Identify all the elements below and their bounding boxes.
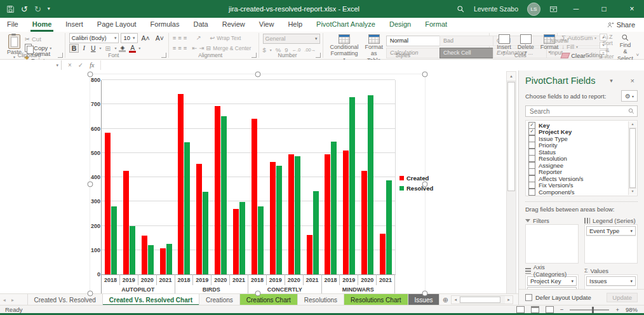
close-button[interactable]: ×: [622, 0, 641, 18]
increase-font-icon[interactable]: A˄: [140, 34, 152, 42]
font-color-icon[interactable]: A: [128, 44, 137, 53]
bar-resolved[interactable]: [111, 206, 117, 274]
align-middle-icon[interactable]: ≡: [178, 34, 182, 41]
area-field-event-type[interactable]: Event Type▾: [586, 226, 636, 236]
font-size-select[interactable]: 10▾: [121, 33, 137, 43]
customize-qat-icon[interactable]: ▾: [48, 6, 50, 11]
ribbon-tab-review[interactable]: Review: [215, 18, 252, 32]
defer-layout-checkbox[interactable]: [525, 294, 532, 301]
bar-created[interactable]: [105, 133, 111, 274]
chart-legend[interactable]: CreatedResolved: [399, 175, 433, 192]
cancel-entry-icon[interactable]: ×: [68, 62, 72, 69]
horizontal-scroll-thumb[interactable]: [460, 297, 500, 303]
bold-button[interactable]: B: [69, 44, 79, 53]
formula-input[interactable]: [101, 60, 644, 70]
ribbon-tab-view[interactable]: View: [252, 18, 281, 32]
ribbon-tab-data[interactable]: Data: [186, 18, 215, 32]
font-name-select[interactable]: Calibri (Body)▾: [69, 33, 119, 43]
underline-button[interactable]: U: [89, 44, 98, 52]
alignment-dialog-launcher[interactable]: [252, 53, 257, 58]
chevron-down-icon[interactable]: ▾: [630, 279, 633, 284]
area-field-project-key[interactable]: Project Key▾: [527, 276, 577, 286]
ribbon-tab-insert[interactable]: Insert: [58, 18, 90, 32]
field-checkbox[interactable]: [528, 162, 535, 169]
field-item-resolution[interactable]: Resolution: [528, 156, 627, 163]
chart-selection-handle[interactable]: [422, 291, 428, 297]
legend-item-created[interactable]: Created: [399, 175, 433, 182]
borders-icon[interactable]: ⊞: [104, 44, 113, 52]
align-center-icon[interactable]: ≡: [178, 44, 182, 51]
ribbon-tab-page-layout[interactable]: Page Layout: [90, 18, 144, 32]
increase-indent-icon[interactable]: ⇥: [199, 44, 204, 51]
sheet-tab-resolutions[interactable]: Resolutions: [298, 294, 344, 305]
search-icon[interactable]: [457, 5, 465, 13]
field-checkbox[interactable]: ✓: [528, 122, 535, 129]
chart-selection-handle[interactable]: [88, 181, 93, 187]
clipboard-dialog-launcher[interactable]: [58, 53, 63, 58]
bar-resolved[interactable]: [130, 226, 135, 275]
ribbon-tab-home[interactable]: Home: [25, 18, 59, 32]
bar-resolved[interactable]: [184, 142, 190, 274]
avatar[interactable]: LS: [527, 3, 540, 16]
filters-area[interactable]: [525, 224, 579, 264]
decrease-font-icon[interactable]: A˅: [154, 34, 166, 42]
bar-resolved[interactable]: [276, 166, 282, 274]
update-button[interactable]: Update: [607, 293, 638, 302]
wrap-text-icon[interactable]: ↩: [210, 34, 215, 41]
number-format-select[interactable]: General▾: [263, 34, 320, 44]
name-box[interactable]: ▾: [0, 60, 62, 70]
field-item-reporter[interactable]: Reporter: [528, 169, 627, 176]
minimize-button[interactable]: ─: [567, 0, 586, 18]
undo-icon[interactable]: ↺: [21, 5, 28, 13]
chart-selection-handle[interactable]: [255, 72, 260, 77]
number-dialog-launcher[interactable]: [316, 53, 321, 58]
bar-created[interactable]: [252, 119, 257, 274]
field-checkbox[interactable]: [528, 182, 535, 189]
field-item-project-key[interactable]: ✓Project Key: [528, 129, 627, 136]
field-list-scroll-thumb[interactable]: [629, 128, 636, 188]
sheet-tab-resolutions-chart[interactable]: Resolutions Chart: [344, 294, 408, 305]
fill-icon[interactable]: ↓: [561, 43, 565, 50]
horizontal-scrollbar[interactable]: ◂ ▸: [451, 295, 513, 304]
chevron-down-icon[interactable]: ▾: [571, 279, 574, 284]
save-icon[interactable]: [6, 5, 15, 13]
bar-created[interactable]: [196, 164, 202, 274]
vertical-scroll-thumb[interactable]: [507, 82, 515, 191]
legend-area[interactable]: Event Type▾: [584, 224, 638, 264]
legend-item-resolved[interactable]: Resolved: [399, 185, 433, 192]
bar-created[interactable]: [343, 151, 349, 274]
field-item-status[interactable]: Status: [528, 149, 627, 156]
confirm-entry-icon[interactable]: ✓: [78, 62, 83, 69]
scroll-left-icon[interactable]: ◂: [452, 296, 459, 304]
user-name[interactable]: Levente Szabo: [474, 5, 518, 13]
bar-resolved[interactable]: [239, 202, 245, 274]
zoom-level[interactable]: 98%: [626, 306, 638, 313]
sheet-prev-icon[interactable]: ◂: [0, 294, 8, 305]
pane-options-icon[interactable]: ▾: [607, 77, 616, 84]
restore-button[interactable]: □: [594, 0, 614, 18]
page-break-view-icon[interactable]: [546, 306, 554, 313]
field-item-affects-version-s[interactable]: Affects Version/s: [528, 175, 627, 182]
share-button[interactable]: Share: [607, 21, 635, 29]
bar-resolved[interactable]: [221, 116, 227, 274]
bar-resolved[interactable]: [313, 191, 319, 274]
sheet-tab-created-vs-resolved-chart[interactable]: Created Vs. Resolved Chart: [103, 294, 199, 305]
bar-resolved[interactable]: [203, 192, 208, 274]
bar-resolved[interactable]: [386, 180, 392, 274]
field-item-component-s[interactable]: Component/s: [528, 189, 627, 196]
fill-color-icon[interactable]: ◈: [118, 44, 126, 52]
collapse-ribbon-icon[interactable]: ˅: [636, 52, 644, 59]
field-checkbox[interactable]: [528, 168, 535, 175]
new-sheet-icon[interactable]: ⊕: [439, 294, 451, 305]
ribbon-display-options-icon[interactable]: [549, 5, 558, 13]
merge-center-icon[interactable]: ⊟: [206, 44, 211, 51]
bar-resolved[interactable]: [349, 97, 355, 274]
scroll-right-icon[interactable]: ▸: [505, 296, 513, 304]
field-checkbox[interactable]: [528, 135, 535, 142]
bar-resolved[interactable]: [331, 142, 337, 274]
field-checkbox[interactable]: ✓: [528, 128, 535, 135]
field-list-scrollbar[interactable]: ▴ ▾: [628, 121, 636, 195]
scroll-up-icon[interactable]: ▴: [629, 121, 636, 128]
area-field-issues[interactable]: Issues▾: [586, 276, 636, 286]
bar-created[interactable]: [123, 171, 129, 274]
